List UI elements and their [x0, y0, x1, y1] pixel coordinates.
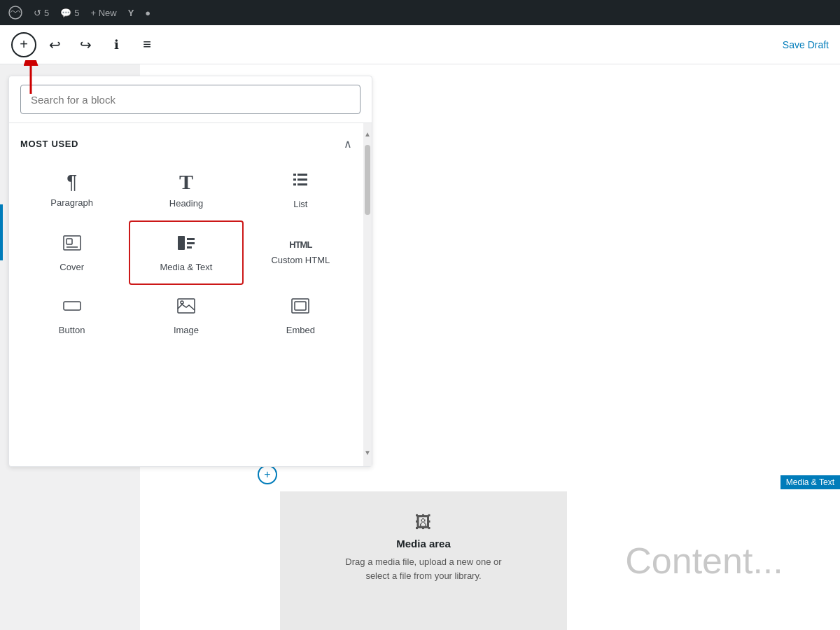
svg-rect-20	[295, 302, 306, 310]
paragraph-label: Paragraph	[50, 197, 93, 208]
content-placeholder: Content...	[625, 540, 783, 582]
section-title-most-used: Most Used	[20, 139, 78, 149]
block-item-heading[interactable]: T Heading	[129, 159, 243, 220]
svg-rect-6	[293, 174, 296, 176]
comments-item[interactable]: 💬 5	[60, 8, 79, 18]
media-area-description: Drag a media file, upload a new one or s…	[332, 555, 514, 582]
save-draft-button[interactable]: Save Draft	[783, 39, 829, 50]
svg-rect-7	[293, 178, 296, 181]
block-search-container	[9, 76, 372, 123]
svg-point-18	[181, 301, 183, 304]
custom-html-label: Custom HTML	[271, 255, 330, 265]
block-list: Most Used ∧ ¶ Paragraph T Heading	[9, 123, 363, 466]
info-button[interactable]: ℹ	[104, 32, 129, 57]
button-icon	[62, 296, 82, 319]
left-accent	[0, 204, 3, 260]
custom-html-icon: HTML	[289, 240, 312, 249]
add-block-button[interactable]: +	[11, 32, 36, 57]
editor-toolbar: + ↩ ↪ ℹ ≡ Save Draft	[0, 25, 840, 64]
comments-count: 5	[74, 8, 79, 18]
new-label: + New	[90, 8, 116, 18]
info-icon: ℹ	[114, 37, 119, 52]
admin-bar: ↺ 5 💬 5 + New Y ●	[0, 0, 840, 25]
block-item-embed[interactable]: Embed	[244, 285, 358, 346]
svg-rect-15	[187, 246, 192, 248]
scroll-up-button[interactable]: ▲	[363, 129, 372, 139]
wp-logo-icon	[8, 6, 22, 20]
red-arrow-indicator	[20, 60, 42, 98]
new-item[interactable]: + New	[90, 8, 116, 18]
media-text-block-label: Media & Text	[780, 475, 840, 489]
svg-rect-12	[178, 236, 185, 250]
redo-icon: ↪	[80, 36, 92, 53]
canvas-add-button[interactable]: +	[258, 465, 277, 484]
yoast-icon: Y	[128, 8, 134, 18]
redo-button[interactable]: ↪	[73, 32, 98, 57]
scroll-down-button[interactable]: ▼	[363, 447, 372, 458]
svg-rect-13	[187, 238, 195, 240]
section-toggle-most-used[interactable]: ∧	[344, 137, 352, 150]
block-item-media-text[interactable]: Media & Text	[129, 220, 243, 285]
updates-count: 5	[44, 8, 49, 18]
block-item-image[interactable]: Image	[129, 285, 243, 346]
updates-item[interactable]: ↺ 5	[34, 8, 49, 18]
block-item-custom-html[interactable]: HTML Custom HTML	[244, 220, 358, 285]
media-text-icon	[176, 233, 196, 256]
media-area-block[interactable]: 🖼 Media area Drag a media file, upload a…	[280, 491, 567, 630]
svg-rect-4	[298, 178, 307, 181]
inserter-scrollbar[interactable]: ▲ ▼	[363, 123, 372, 466]
svg-rect-3	[298, 174, 307, 176]
add-icon: +	[20, 36, 28, 52]
media-text-label-grid: Media & Text	[160, 262, 213, 272]
cover-label: Cover	[59, 262, 84, 272]
circle-item[interactable]: ●	[145, 8, 150, 18]
wp-logo-item[interactable]	[8, 6, 22, 20]
content-area[interactable]: Content...	[568, 491, 840, 630]
circle-icon: ●	[145, 8, 150, 18]
paragraph-icon: ¶	[66, 172, 77, 192]
media-area-icon: 🖼	[415, 512, 432, 532]
most-used-section-header: Most Used ∧	[9, 132, 363, 159]
media-area-title: Media area	[396, 538, 451, 550]
block-search-input[interactable]	[20, 85, 360, 114]
scroll-thumb[interactable]	[365, 145, 370, 215]
heading-label: Heading	[169, 198, 203, 209]
undo-button[interactable]: ↩	[42, 32, 67, 57]
menu-icon: ≡	[143, 36, 151, 52]
block-grid-most-used: ¶ Paragraph T Heading	[9, 159, 363, 346]
image-label: Image	[174, 325, 199, 335]
yoast-item[interactable]: Y	[128, 8, 134, 18]
block-item-cover[interactable]: Cover	[15, 220, 129, 285]
cover-icon	[62, 233, 82, 256]
embed-label: Embed	[286, 325, 315, 335]
embed-icon	[290, 296, 310, 319]
button-label: Button	[59, 325, 85, 335]
comments-icon: 💬	[60, 8, 71, 18]
svg-rect-10	[66, 239, 72, 244]
undo-icon: ↩	[49, 36, 61, 53]
block-panel-body: Most Used ∧ ¶ Paragraph T Heading	[9, 123, 372, 466]
updates-icon: ↺	[34, 8, 41, 18]
svg-rect-14	[187, 242, 195, 244]
svg-rect-16	[64, 302, 80, 310]
svg-rect-5	[298, 183, 307, 186]
block-item-paragraph[interactable]: ¶ Paragraph	[15, 159, 129, 220]
svg-rect-8	[293, 183, 296, 186]
save-draft-label: Save Draft	[783, 39, 829, 50]
heading-icon: T	[179, 172, 193, 192]
list-label: List	[293, 199, 307, 209]
block-item-button[interactable]: Button	[15, 285, 129, 346]
list-icon	[290, 170, 310, 193]
block-item-list[interactable]: List	[244, 159, 358, 220]
block-inserter-panel: Most Used ∧ ¶ Paragraph T Heading	[8, 76, 372, 467]
image-icon	[176, 296, 196, 319]
menu-button[interactable]: ≡	[134, 32, 160, 57]
